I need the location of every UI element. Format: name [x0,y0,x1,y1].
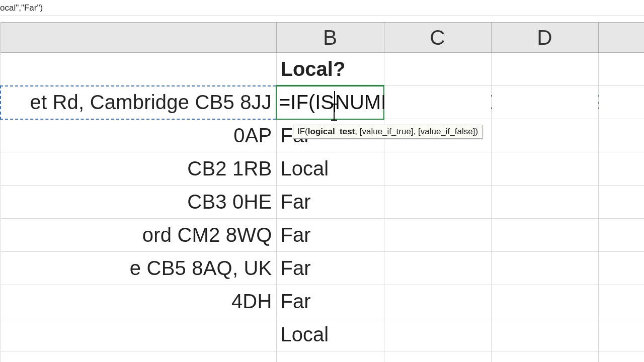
cell-A10[interactable] [1,351,276,363]
tooltip-fn: IF [297,127,305,136]
col-header-D[interactable]: D [491,23,598,53]
cell-A6[interactable]: ord CM2 8WQ [1,219,276,252]
cell-C5[interactable] [384,186,491,219]
cell-D4[interactable] [491,152,598,186]
cell-A5[interactable]: CB3 0HE [1,186,276,219]
cell-A1[interactable] [1,53,276,86]
row-5: CB3 0HE Far [1,186,644,219]
cell-B10[interactable] [276,351,384,363]
cell-A4-text: CB2 1RB [187,157,272,179]
row-7: e CB5 8AQ, UK Far [1,252,644,285]
tooltip-active-arg: logical_test [308,127,355,136]
row-6: ord CM2 8WQ Far [1,219,644,252]
cell-A8[interactable]: 4DH [1,285,276,318]
text-caret [334,91,335,112]
cell-D1[interactable] [491,53,598,86]
cell-A2-text: et Rd, Cambridge CB5 8JJ [30,91,272,113]
col-header-B[interactable]: B [276,23,384,53]
cell-A9[interactable] [1,318,276,351]
cell-A3[interactable]: 0AP [1,119,276,152]
cell-D5[interactable] [491,186,598,219]
cell-E3[interactable] [598,119,644,152]
tooltip-rest: , [value_if_true], [value_if_false]) [355,127,478,136]
cell-E7[interactable] [598,252,644,285]
col-header-A[interactable] [1,23,276,53]
cell-A7-text: e CB5 8AQ, UK [130,257,272,279]
cell-D8[interactable] [491,285,598,318]
column-header-row: B C D [1,23,644,53]
cell-C1[interactable] [384,53,491,86]
cell-B5-text: Far [281,191,311,213]
cell-D2[interactable] [491,86,598,119]
cell-B8-text: Far [281,290,311,312]
cell-B6-text: Far [281,224,311,246]
cell-A5-text: CB3 0HE [187,191,272,213]
cell-A3-text: 0AP [233,124,272,146]
cell-B4-text: Local [281,157,329,179]
row-10 [1,351,644,363]
cell-B1-text: Local? [281,58,346,80]
col-header-D-label: D [537,26,552,49]
cell-B7-text: Far [281,257,311,279]
cell-C4[interactable] [384,152,491,186]
cell-D9[interactable] [491,318,598,351]
cell-D3[interactable] [491,119,598,152]
cell-C2[interactable] [384,86,491,119]
cell-E6[interactable] [598,219,644,252]
cell-B4[interactable]: Local [276,152,384,186]
row-1: Local? [1,53,644,86]
cell-E2[interactable] [598,86,644,119]
cell-E9[interactable] [598,318,644,351]
cell-A7[interactable]: e CB5 8AQ, UK [1,252,276,285]
cell-E10[interactable] [598,351,644,363]
cell-E8[interactable] [598,285,644,318]
row-8: 4DH Far [1,285,644,318]
cell-C7[interactable] [384,252,491,285]
cell-C8[interactable] [384,285,491,318]
cell-C6[interactable] [384,219,491,252]
col-header-E[interactable] [598,23,644,53]
cell-A6-text: ord CM2 8WQ [142,224,272,246]
cell-B9-text: Local [281,323,329,345]
cell-A4[interactable]: CB2 1RB [1,152,276,186]
row-4: CB2 1RB Local [1,152,644,186]
row-9: Local [1,318,644,351]
cell-A8-text: 4DH [231,290,272,312]
cell-D6[interactable] [491,219,598,252]
cell-B2[interactable]: =IF(ISNUMBER(SEARCH("CB2",A2))," [276,86,384,119]
cell-D7[interactable] [491,252,598,285]
cell-A2[interactable]: et Rd, Cambridge CB5 8JJ [1,86,276,119]
cell-E4[interactable] [598,152,644,186]
formula-bar-text: ocal","Far") [0,3,43,13]
cell-B7[interactable]: Far [276,252,384,285]
spreadsheet-grid[interactable]: B C D Local? et Rd, Cambridge CB5 8JJ [0,22,644,362]
cell-B1[interactable]: Local? [276,53,384,86]
col-header-C[interactable]: C [384,23,491,53]
cell-C9[interactable] [384,318,491,351]
cell-E1[interactable] [598,53,644,86]
col-header-B-label: B [323,26,337,49]
cell-B8[interactable]: Far [276,285,384,318]
cell-C10[interactable] [384,351,491,363]
function-tooltip[interactable]: IF(logical_test, [value_if_true], [value… [293,125,482,139]
cell-D10[interactable] [491,351,598,363]
cell-B9[interactable]: Local [276,318,384,351]
col-header-C-label: C [430,26,445,49]
cell-B6[interactable]: Far [276,219,384,252]
row-2: et Rd, Cambridge CB5 8JJ =IF(ISNUMBER(SE… [1,86,644,119]
cell-E5[interactable] [598,186,644,219]
formula-bar[interactable]: ocal","Far") [0,0,644,16]
cell-B5[interactable]: Far [276,186,384,219]
